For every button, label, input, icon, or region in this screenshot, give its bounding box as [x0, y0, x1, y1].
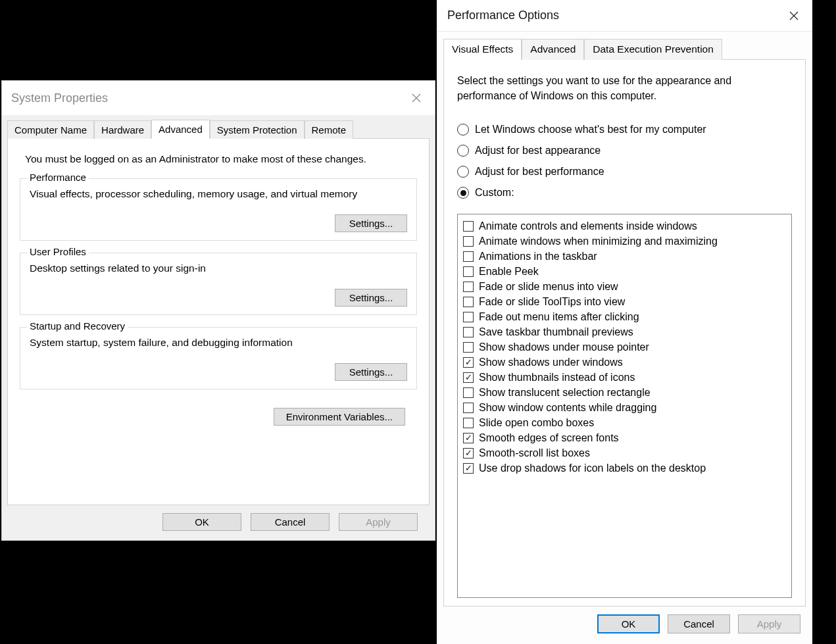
check-show-shadows-under-mouse-pointer[interactable]: ✓Show shadows under mouse pointer — [463, 339, 786, 355]
check-save-taskbar-thumbnail-previews[interactable]: ✓Save taskbar thumbnail previews — [463, 324, 786, 339]
check-animate-windows-when-minimizing-and-maximizing[interactable]: ✓Animate windows when minimizing and max… — [463, 234, 786, 249]
window-title: Performance Options — [447, 9, 559, 22]
radio-adjust-for-best-performance[interactable]: Adjust for best performance — [457, 161, 792, 182]
tab-advanced[interactable]: Advanced — [522, 39, 584, 60]
check-label: Smooth edges of screen fonts — [479, 432, 619, 444]
user-profiles-group-desc: Desktop settings related to your sign-in — [30, 262, 407, 274]
check-show-translucent-selection-rectangle[interactable]: ✓Show translucent selection rectangle — [463, 385, 786, 400]
check-animate-controls-and-elements-inside-windows[interactable]: ✓Animate controls and elements inside wi… — [463, 218, 786, 234]
startup-recovery-settings-button[interactable]: Settings... — [335, 363, 407, 381]
radio-icon — [457, 124, 469, 136]
tab-system-protection[interactable]: System Protection — [210, 120, 305, 139]
tab-computer-name[interactable]: Computer Name — [7, 120, 94, 139]
system-properties-titlebar: System Properties — [2, 81, 435, 115]
check-label: Smooth-scroll list boxes — [479, 447, 590, 459]
check-label: Show shadows under windows — [479, 357, 623, 368]
cancel-button[interactable]: Cancel — [668, 614, 730, 633]
check-label: Animations in the taskbar — [479, 251, 597, 262]
system-properties-window: System Properties Computer NameHardwareA… — [1, 80, 435, 541]
check-enable-peek[interactable]: ✓Enable Peek — [463, 264, 786, 279]
tab-remote[interactable]: Remote — [305, 120, 354, 139]
radio-label: Custom: — [475, 187, 514, 199]
system-properties-footer: OK Cancel Apply — [7, 505, 430, 540]
check-fade-or-slide-tooltips-into-view[interactable]: ✓Fade or slide ToolTips into view — [463, 294, 786, 309]
visual-effects-checklist[interactable]: ✓Animate controls and elements inside wi… — [457, 214, 792, 598]
check-show-thumbnails-instead-of-icons[interactable]: ✓Show thumbnails instead of icons — [463, 370, 786, 385]
close-icon[interactable] — [785, 7, 803, 25]
ok-button[interactable]: OK — [162, 513, 241, 531]
radio-adjust-for-best-appearance[interactable]: Adjust for best appearance — [457, 140, 792, 161]
check-label: Save taskbar thumbnail previews — [479, 326, 633, 338]
checkbox-icon: ✓ — [463, 236, 474, 247]
visual-effects-intro: Select the settings you want to use for … — [457, 73, 792, 103]
radio-icon — [457, 166, 469, 178]
performance-options-titlebar: Performance Options — [437, 0, 812, 32]
ok-button[interactable]: OK — [597, 614, 660, 633]
performance-options-tabs: Visual EffectsAdvancedData Execution Pre… — [443, 38, 806, 59]
checkbox-icon: ✓ — [463, 403, 474, 413]
apply-button[interactable]: Apply — [738, 614, 800, 633]
performance-group-title: Performance — [27, 172, 89, 183]
check-smooth-edges-of-screen-fonts[interactable]: ✓Smooth edges of screen fonts — [463, 430, 786, 445]
checkbox-icon: ✓ — [463, 342, 474, 353]
performance-options-footer: OK Cancel Apply — [437, 607, 812, 644]
checkbox-icon: ✓ — [463, 357, 474, 368]
check-fade-or-slide-menus-into-view[interactable]: ✓Fade or slide menus into view — [463, 279, 786, 294]
check-fade-out-menu-items-after-clicking[interactable]: ✓Fade out menu items after clicking — [463, 309, 786, 324]
check-slide-open-combo-boxes[interactable]: ✓Slide open combo boxes — [463, 415, 786, 430]
check-show-window-contents-while-dragging[interactable]: ✓Show window contents while dragging — [463, 400, 786, 415]
checkbox-icon: ✓ — [463, 282, 474, 292]
radio-custom[interactable]: Custom: — [457, 182, 792, 203]
check-smooth-scroll-list-boxes[interactable]: ✓Smooth-scroll list boxes — [463, 445, 786, 460]
tab-data-execution-prevention[interactable]: Data Execution Prevention — [584, 39, 722, 60]
radio-label: Adjust for best performance — [475, 166, 604, 178]
check-label: Use drop shadows for icon labels on the … — [479, 462, 706, 474]
performance-settings-button[interactable]: Settings... — [335, 214, 407, 232]
tab-visual-effects[interactable]: Visual Effects — [443, 39, 522, 60]
apply-button[interactable]: Apply — [339, 513, 418, 531]
cancel-button[interactable]: Cancel — [251, 513, 330, 531]
window-title: System Properties — [11, 91, 108, 105]
check-use-drop-shadows-for-icon-labels-on-the-desktop[interactable]: ✓Use drop shadows for icon labels on the… — [463, 460, 786, 476]
tab-advanced[interactable]: Advanced — [151, 120, 210, 139]
checkbox-icon: ✓ — [463, 221, 474, 232]
checkbox-icon: ✓ — [463, 312, 474, 322]
check-label: Animate windows when minimizing and maxi… — [479, 235, 718, 247]
check-label: Fade or slide menus into view — [479, 281, 618, 293]
checkbox-icon: ✓ — [463, 418, 474, 428]
user-profiles-group: User Profiles Desktop settings related t… — [20, 253, 417, 315]
performance-options-body: Visual EffectsAdvancedData Execution Pre… — [437, 32, 812, 607]
checkbox-icon: ✓ — [463, 327, 474, 337]
visual-effects-panel: Select the settings you want to use for … — [443, 59, 806, 607]
startup-recovery-group-desc: System startup, system failure, and debu… — [30, 337, 407, 349]
checkbox-icon: ✓ — [463, 266, 474, 277]
checkbox-icon: ✓ — [463, 448, 474, 458]
check-show-shadows-under-windows[interactable]: ✓Show shadows under windows — [463, 355, 786, 370]
radio-let-windows-choose-what-s-best-for-my-computer[interactable]: Let Windows choose what's best for my co… — [457, 119, 792, 140]
visual-effects-mode-radios: Let Windows choose what's best for my co… — [457, 119, 792, 203]
check-label: Show translucent selection rectangle — [479, 387, 651, 399]
advanced-tab-panel: You must be logged on as an Administrato… — [7, 138, 430, 505]
checkbox-icon: ✓ — [463, 463, 474, 474]
check-label: Fade out menu items after clicking — [479, 311, 639, 323]
checkbox-icon: ✓ — [463, 387, 474, 398]
environment-variables-button[interactable]: Environment Variables... — [274, 408, 405, 426]
startup-recovery-group-title: Startup and Recovery — [27, 320, 128, 332]
checkbox-icon: ✓ — [463, 297, 474, 307]
tab-hardware[interactable]: Hardware — [94, 120, 151, 139]
radio-icon — [457, 145, 469, 157]
radio-label: Adjust for best appearance — [475, 145, 601, 157]
system-properties-tabs: Computer NameHardwareAdvancedSystem Prot… — [7, 119, 430, 138]
admin-notice: You must be logged on as an Administrato… — [25, 153, 417, 165]
user-profiles-settings-button[interactable]: Settings... — [335, 289, 407, 307]
check-label: Show window contents while dragging — [479, 402, 656, 414]
performance-options-window: Performance Options Visual EffectsAdvanc… — [437, 0, 812, 644]
check-label: Show shadows under mouse pointer — [479, 341, 649, 353]
check-label: Animate controls and elements inside win… — [479, 220, 697, 232]
radio-icon — [457, 187, 469, 199]
close-icon[interactable] — [407, 89, 426, 107]
check-animations-in-the-taskbar[interactable]: ✓Animations in the taskbar — [463, 249, 786, 264]
check-label: Fade or slide ToolTips into view — [479, 296, 625, 308]
checkbox-icon: ✓ — [463, 433, 474, 443]
checkbox-icon: ✓ — [463, 372, 474, 383]
